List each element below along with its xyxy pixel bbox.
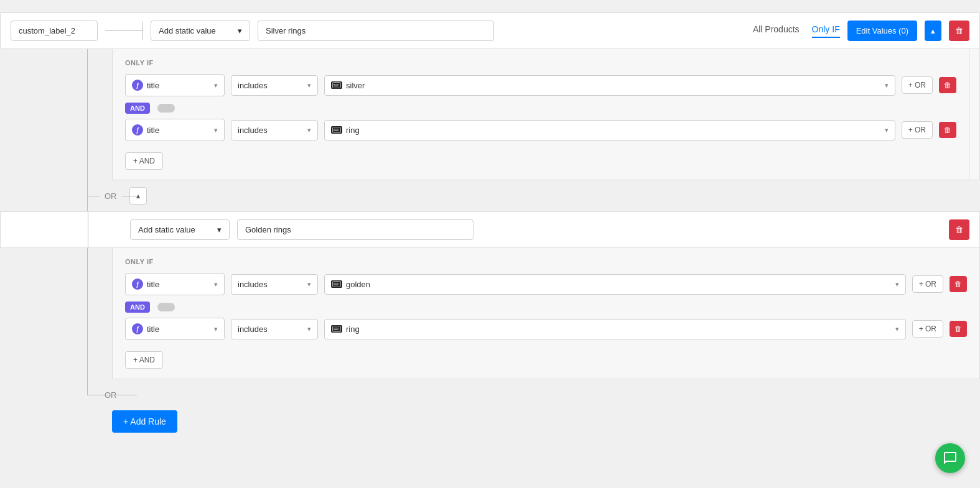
func-icon: ƒ [132, 124, 143, 136]
add-and-button-1[interactable]: + AND [125, 152, 163, 170]
svg-rect-19 [334, 329, 338, 331]
delete-rule-button-header[interactable]: 🗑 [949, 21, 969, 41]
trash-icon: 🗑 [944, 126, 951, 134]
svg-rect-7 [335, 129, 337, 130]
field-label: title [147, 126, 159, 135]
trash-icon: 🗑 [954, 280, 962, 288]
svg-rect-2 [335, 84, 337, 85]
dropdown-label: Add static value [159, 26, 216, 35]
svg-rect-16 [334, 328, 335, 329]
chevron-down-icon: ▾ [307, 126, 311, 134]
svg-rect-11 [334, 283, 335, 284]
keyboard-icon [331, 81, 342, 89]
value-select-2-2[interactable]: ring ▾ [324, 319, 906, 339]
delete-condition-1-2[interactable]: 🗑 [939, 122, 956, 138]
condition-row-1-2: ƒ title ▾ includes ▾ ring ▾ + OR [125, 119, 956, 141]
delete-condition-1-1[interactable]: 🗑 [939, 77, 956, 93]
and-badge: AND [125, 103, 150, 114]
value-select-1-1[interactable]: silver ▾ [324, 75, 895, 96]
custom-label: custom_label_2 [11, 21, 98, 41]
label-text: custom_label_2 [19, 26, 75, 35]
operator-label: includes [238, 325, 268, 334]
chevron-down-icon: ▾ [214, 81, 218, 90]
keyboard-icon [331, 280, 342, 288]
chevron-down-icon: ▾ [895, 280, 899, 288]
add-static-value-dropdown-2[interactable]: Add static value ▾ [130, 219, 230, 240]
add-rule-label: + Add Rule [123, 417, 166, 426]
func-icon: ƒ [132, 323, 143, 334]
svg-rect-15 [333, 326, 341, 332]
condition-row-2-1: ƒ title ▾ includes ▾ golden ▾ + OR [125, 273, 967, 295]
tab-group: All Products Only IF [753, 21, 840, 41]
operator-select-1-2[interactable]: includes ▾ [231, 120, 318, 140]
operator-select-2-2[interactable]: includes ▾ [231, 319, 318, 339]
svg-rect-6 [334, 129, 335, 130]
operator-label: includes [238, 81, 268, 90]
or-button-1-2[interactable]: + OR [902, 121, 933, 139]
svg-rect-18 [337, 328, 338, 329]
trash-icon: 🗑 [944, 81, 951, 90]
field-select-1-1[interactable]: ƒ title ▾ [125, 74, 225, 96]
field-label: title [147, 280, 159, 289]
field-label: title [147, 325, 159, 334]
svg-rect-3 [337, 84, 338, 85]
delete-condition-2-2[interactable]: 🗑 [950, 321, 967, 337]
or-button-2-1[interactable]: + OR [912, 275, 943, 293]
input-value: Silver rings [266, 26, 306, 35]
delete-condition-2-1[interactable]: 🗑 [950, 276, 967, 292]
input-value: Golden rings [245, 225, 291, 234]
value-input-2[interactable]: Golden rings [237, 219, 474, 240]
field-select-2-1[interactable]: ƒ title ▾ [125, 273, 225, 295]
and-badge: AND [125, 302, 150, 313]
move-up-button[interactable]: ▴ [925, 21, 941, 41]
svg-rect-8 [337, 129, 338, 130]
and-badge-row-2: AND [125, 302, 967, 313]
chevron-down-icon: ▾ [885, 126, 889, 134]
dropdown-label: Add static value [138, 225, 195, 234]
field-select-1-2[interactable]: ƒ title ▾ [125, 119, 225, 141]
chevron-down-icon: ▾ [214, 280, 218, 288]
chevron-down-icon: ▾ [238, 26, 242, 35]
edit-values-button[interactable]: Edit Values (0) [847, 21, 917, 41]
operator-label: includes [238, 280, 268, 289]
svg-rect-17 [335, 328, 337, 329]
value-select-2-1[interactable]: golden ▾ [324, 274, 906, 295]
value-input-1[interactable]: Silver rings [258, 21, 494, 41]
condition-row-2-2: ƒ title ▾ includes ▾ ring ▾ + OR [125, 318, 967, 340]
value-text: golden [346, 280, 370, 289]
add-and-button-2[interactable]: + AND [125, 351, 163, 369]
trash-icon: 🗑 [955, 225, 963, 234]
or-button-1-1[interactable]: + OR [902, 76, 933, 94]
svg-rect-10 [333, 282, 341, 287]
chat-fab[interactable] [935, 443, 965, 473]
value-text: silver [346, 81, 365, 90]
field-select-2-2[interactable]: ƒ title ▾ [125, 318, 225, 340]
add-static-value-dropdown-1[interactable]: Add static value ▾ [151, 21, 250, 41]
svg-rect-14 [334, 285, 338, 286]
svg-rect-9 [334, 131, 338, 132]
chevron-down-icon: ▾ [217, 225, 222, 234]
and-badge-row-1: AND [125, 103, 956, 114]
operator-select-2-1[interactable]: includes ▾ [231, 274, 318, 295]
svg-rect-0 [333, 83, 341, 88]
chevron-down-icon: ▾ [214, 126, 218, 134]
chevron-down-icon: ▾ [307, 81, 311, 90]
operator-select-1-1[interactable]: includes ▾ [231, 75, 318, 96]
trash-icon: 🗑 [954, 325, 962, 333]
chevron-down-icon: ▾ [214, 325, 218, 333]
and-toggle[interactable] [157, 104, 175, 113]
svg-rect-4 [334, 86, 338, 87]
and-toggle[interactable] [157, 303, 175, 311]
chevron-down-icon: ▾ [895, 325, 899, 333]
or-button-2-2[interactable]: + OR [912, 320, 943, 338]
only-if-label-1: ONLY IF [125, 59, 956, 67]
only-if-label-2: ONLY IF [125, 258, 967, 265]
tab-all-products[interactable]: All Products [753, 24, 800, 38]
value-select-1-2[interactable]: ring ▾ [324, 120, 895, 140]
delete-rule-2-button[interactable]: 🗑 [949, 219, 969, 240]
svg-rect-1 [334, 84, 335, 85]
chevron-up-icon: ▴ [931, 26, 935, 35]
svg-rect-5 [333, 127, 341, 133]
add-rule-button[interactable]: + Add Rule [112, 410, 177, 433]
tab-only-if[interactable]: Only IF [812, 24, 840, 38]
